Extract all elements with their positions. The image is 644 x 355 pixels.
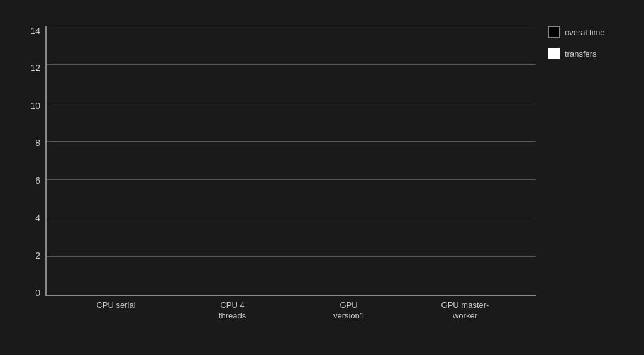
legend-label-overall: overal time xyxy=(565,28,605,37)
legend-item-transfers: transfers xyxy=(548,48,597,59)
legend-label-transfers: transfers xyxy=(565,49,597,59)
y-axis: 14 12 10 8 6 4 2 0 xyxy=(26,26,45,335)
x-label-cpu-4threads: CPU 4 threads xyxy=(208,300,258,335)
bar-group-container xyxy=(47,26,536,295)
y-label-12: 12 xyxy=(30,64,40,72)
y-label-8: 8 xyxy=(35,138,40,147)
x-axis: CPU serial CPU 4 threads GPU version1 GP… xyxy=(45,300,536,335)
y-label-10: 10 xyxy=(30,101,40,110)
legend: overal time transfers xyxy=(536,26,618,97)
chart-container: 14 12 10 8 6 4 2 0 CPU serial CPU 4 thre… xyxy=(20,14,624,341)
y-label-4: 4 xyxy=(35,213,40,222)
y-label-0: 0 xyxy=(35,288,40,297)
y-label-6: 6 xyxy=(35,176,40,185)
plot-and-xaxis: CPU serial CPU 4 threads GPU version1 GP… xyxy=(45,26,536,335)
legend-box-overall xyxy=(548,26,560,38)
x-label-gpu-mw: GPU master-worker xyxy=(440,300,491,335)
x-label-gpu-v1: GPU version1 xyxy=(324,300,374,335)
plot xyxy=(45,26,536,296)
y-label-2: 2 xyxy=(35,251,40,260)
chart-area: 14 12 10 8 6 4 2 0 CPU serial CPU 4 thre… xyxy=(26,26,536,335)
y-label-14: 14 xyxy=(30,26,40,35)
legend-item-overall: overal time xyxy=(548,26,605,38)
legend-box-transfers xyxy=(548,48,560,59)
x-label-cpu-serial: CPU serial xyxy=(91,300,142,335)
